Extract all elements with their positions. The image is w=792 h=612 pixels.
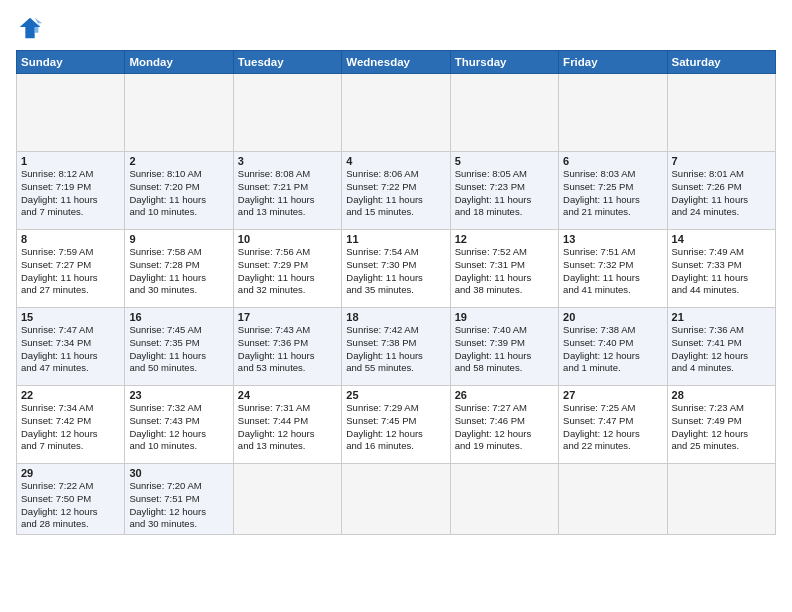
logo (16, 14, 48, 42)
day-info-line: and 53 minutes. (238, 362, 337, 375)
day-info-line: and 1 minute. (563, 362, 662, 375)
day-info-line: Sunrise: 7:20 AM (129, 480, 228, 493)
day-info-line: Sunrise: 7:27 AM (455, 402, 554, 415)
calendar-cell: 18Sunrise: 7:42 AMSunset: 7:38 PMDayligh… (342, 308, 450, 386)
day-info-line: Sunset: 7:30 PM (346, 259, 445, 272)
day-info-line: Sunrise: 8:01 AM (672, 168, 771, 181)
day-info-line: Sunset: 7:39 PM (455, 337, 554, 350)
calendar-cell: 25Sunrise: 7:29 AMSunset: 7:45 PMDayligh… (342, 386, 450, 464)
day-info-line: Daylight: 12 hours (563, 350, 662, 363)
day-info-line: Daylight: 12 hours (563, 428, 662, 441)
day-info-line: Daylight: 12 hours (346, 428, 445, 441)
day-number: 9 (129, 233, 228, 245)
day-number: 4 (346, 155, 445, 167)
day-info-line: Sunrise: 8:10 AM (129, 168, 228, 181)
day-number: 3 (238, 155, 337, 167)
calendar-cell: 7Sunrise: 8:01 AMSunset: 7:26 PMDaylight… (667, 152, 775, 230)
day-info-line: and 13 minutes. (238, 206, 337, 219)
day-info-line: Sunset: 7:38 PM (346, 337, 445, 350)
day-info-line: Daylight: 11 hours (346, 194, 445, 207)
day-info-line: Daylight: 11 hours (21, 272, 120, 285)
day-number: 21 (672, 311, 771, 323)
day-info-line: Sunset: 7:22 PM (346, 181, 445, 194)
day-info-line: Daylight: 11 hours (238, 272, 337, 285)
day-info-line: Sunrise: 7:47 AM (21, 324, 120, 337)
calendar-cell: 23Sunrise: 7:32 AMSunset: 7:43 PMDayligh… (125, 386, 233, 464)
day-info-line: Sunset: 7:51 PM (129, 493, 228, 506)
day-info-line: Sunrise: 7:34 AM (21, 402, 120, 415)
calendar-cell: 24Sunrise: 7:31 AMSunset: 7:44 PMDayligh… (233, 386, 341, 464)
day-info-line: Sunset: 7:43 PM (129, 415, 228, 428)
day-number: 17 (238, 311, 337, 323)
day-info-line: Daylight: 11 hours (129, 272, 228, 285)
day-number: 30 (129, 467, 228, 479)
day-info-line: and 28 minutes. (21, 518, 120, 531)
day-info-line: Daylight: 11 hours (563, 194, 662, 207)
day-info-line: Daylight: 11 hours (346, 350, 445, 363)
day-info-line: and 13 minutes. (238, 440, 337, 453)
calendar-cell: 19Sunrise: 7:40 AMSunset: 7:39 PMDayligh… (450, 308, 558, 386)
day-info-line: Sunrise: 7:56 AM (238, 246, 337, 259)
day-info-line: and 25 minutes. (672, 440, 771, 453)
day-info-line: and 10 minutes. (129, 206, 228, 219)
day-info-line: Sunrise: 7:51 AM (563, 246, 662, 259)
day-info-line: Daylight: 12 hours (672, 350, 771, 363)
day-info-line: Sunrise: 7:36 AM (672, 324, 771, 337)
day-info-line: Daylight: 11 hours (238, 194, 337, 207)
day-info-line: Sunrise: 7:32 AM (129, 402, 228, 415)
header (16, 14, 776, 42)
day-info-line: Sunset: 7:19 PM (21, 181, 120, 194)
day-info-line: Sunset: 7:27 PM (21, 259, 120, 272)
day-info-line: Daylight: 11 hours (238, 350, 337, 363)
day-header-friday: Friday (559, 51, 667, 74)
day-number: 26 (455, 389, 554, 401)
day-info-line: Sunrise: 7:45 AM (129, 324, 228, 337)
calendar-cell: 21Sunrise: 7:36 AMSunset: 7:41 PMDayligh… (667, 308, 775, 386)
day-info-line: Daylight: 12 hours (21, 506, 120, 519)
day-info-line: Sunset: 7:50 PM (21, 493, 120, 506)
calendar-table: SundayMondayTuesdayWednesdayThursdayFrid… (16, 50, 776, 535)
day-header-tuesday: Tuesday (233, 51, 341, 74)
day-number: 13 (563, 233, 662, 245)
day-info-line: Sunrise: 8:12 AM (21, 168, 120, 181)
day-number: 11 (346, 233, 445, 245)
calendar-cell: 1Sunrise: 8:12 AMSunset: 7:19 PMDaylight… (17, 152, 125, 230)
day-number: 10 (238, 233, 337, 245)
day-info-line: Daylight: 12 hours (21, 428, 120, 441)
day-info-line: Daylight: 11 hours (563, 272, 662, 285)
day-header-sunday: Sunday (17, 51, 125, 74)
day-info-line: and 27 minutes. (21, 284, 120, 297)
day-info-line: Sunrise: 8:03 AM (563, 168, 662, 181)
day-info-line: and 32 minutes. (238, 284, 337, 297)
day-number: 5 (455, 155, 554, 167)
calendar-cell: 26Sunrise: 7:27 AMSunset: 7:46 PMDayligh… (450, 386, 558, 464)
calendar-cell (667, 74, 775, 152)
day-number: 12 (455, 233, 554, 245)
day-info-line: Daylight: 11 hours (21, 350, 120, 363)
day-info-line: Sunset: 7:33 PM (672, 259, 771, 272)
day-info-line: Sunrise: 7:22 AM (21, 480, 120, 493)
day-info-line: and 7 minutes. (21, 440, 120, 453)
calendar-cell: 6Sunrise: 8:03 AMSunset: 7:25 PMDaylight… (559, 152, 667, 230)
day-info-line: Sunrise: 8:08 AM (238, 168, 337, 181)
day-header-saturday: Saturday (667, 51, 775, 74)
calendar-cell: 27Sunrise: 7:25 AMSunset: 7:47 PMDayligh… (559, 386, 667, 464)
calendar-header-row: SundayMondayTuesdayWednesdayThursdayFrid… (17, 51, 776, 74)
day-info-line: and 10 minutes. (129, 440, 228, 453)
day-header-monday: Monday (125, 51, 233, 74)
day-info-line: Sunset: 7:36 PM (238, 337, 337, 350)
page-container: SundayMondayTuesdayWednesdayThursdayFrid… (0, 0, 792, 612)
day-info-line: and 24 minutes. (672, 206, 771, 219)
day-info-line: Sunset: 7:47 PM (563, 415, 662, 428)
day-info-line: Sunrise: 7:31 AM (238, 402, 337, 415)
day-info-line: and 41 minutes. (563, 284, 662, 297)
day-number: 28 (672, 389, 771, 401)
day-info-line: Sunrise: 7:40 AM (455, 324, 554, 337)
day-info-line: Sunrise: 7:23 AM (672, 402, 771, 415)
day-number: 14 (672, 233, 771, 245)
day-info-line: Sunrise: 7:52 AM (455, 246, 554, 259)
day-info-line: and 7 minutes. (21, 206, 120, 219)
calendar-cell: 22Sunrise: 7:34 AMSunset: 7:42 PMDayligh… (17, 386, 125, 464)
day-info-line: Sunrise: 7:43 AM (238, 324, 337, 337)
day-number: 2 (129, 155, 228, 167)
